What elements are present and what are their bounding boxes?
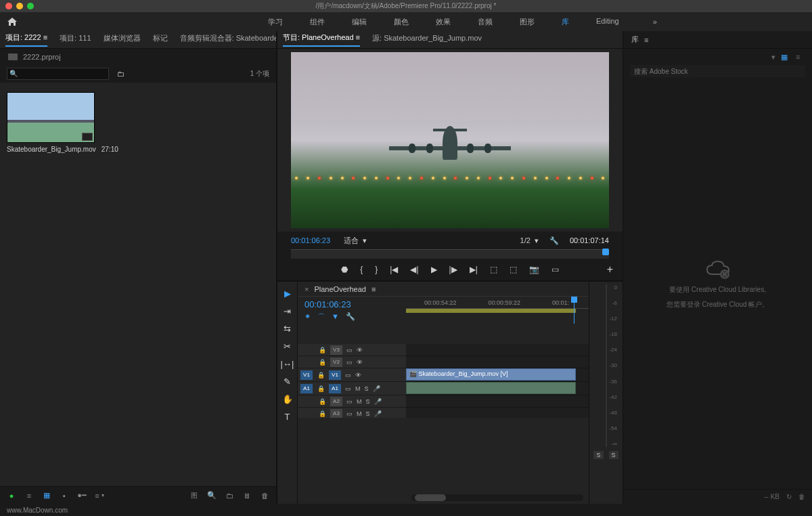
- freeform-view-button[interactable]: ▪: [60, 491, 69, 500]
- libraries-panel-title[interactable]: 库: [631, 35, 639, 45]
- library-sync-icon[interactable]: ↻: [786, 493, 792, 500]
- lift-button[interactable]: ⬚: [490, 265, 497, 274]
- new-bin-button[interactable]: 🗀: [225, 491, 234, 500]
- meter-solo-left[interactable]: S: [593, 451, 603, 459]
- track-lane-v1[interactable]: 🎬 Skateboarder_Big_Jump.mov [V]: [406, 368, 589, 382]
- panel-menu-icon[interactable]: ≡: [644, 36, 648, 44]
- solo-button[interactable]: S: [366, 398, 370, 405]
- workspace-tab-assembly[interactable]: 组件: [310, 17, 325, 27]
- go-to-in-button[interactable]: |◀: [390, 265, 398, 274]
- track-lane-a3[interactable]: [406, 408, 589, 418]
- tab-project-111[interactable]: 项目: 111: [60, 33, 91, 46]
- zoom-fit-dropdown[interactable]: 适合▾: [344, 236, 367, 246]
- project-bin-grid[interactable]: Skateboarder_Big_Jump.mov 27:10: [0, 83, 276, 486]
- selection-tool[interactable]: ▶: [281, 287, 294, 299]
- mark-in-icon[interactable]: {: [360, 265, 363, 274]
- track-lane-v2[interactable]: [406, 356, 589, 368]
- mark-in-button[interactable]: ⬣: [341, 265, 348, 274]
- go-to-out-button[interactable]: ▶|: [470, 265, 478, 274]
- eye-icon[interactable]: 👁: [357, 359, 363, 366]
- workspace-tab-libraries[interactable]: 库: [562, 17, 569, 27]
- step-forward-button[interactable]: |▶: [449, 265, 457, 274]
- track-target-a3[interactable]: A3: [330, 409, 342, 418]
- monitor-scrub-bar[interactable]: [291, 249, 609, 259]
- sync-lock-icon[interactable]: ▭: [346, 359, 353, 366]
- tab-program-monitor[interactable]: 节目: PlaneOverhead ≡: [283, 33, 360, 47]
- export-frame-button[interactable]: 📷: [529, 265, 539, 274]
- track-target-a2[interactable]: A2: [330, 397, 342, 406]
- track-header-a3[interactable]: 🔒 A3 ▭ M S 🎤: [298, 408, 406, 418]
- record-icon[interactable]: ●: [7, 491, 16, 500]
- mute-button[interactable]: M: [357, 398, 362, 405]
- timeline-horizontal-scrollbar[interactable]: [411, 494, 583, 501]
- comparison-view-button[interactable]: ▭: [551, 265, 559, 274]
- mute-button[interactable]: M: [357, 410, 362, 417]
- track-lane-a2[interactable]: [406, 395, 589, 408]
- pen-tool[interactable]: ✎: [281, 375, 294, 387]
- panel-menu-icon[interactable]: ≡: [371, 285, 376, 293]
- list-view-button[interactable]: ≡: [24, 491, 34, 500]
- library-dropdown[interactable]: ▾: [771, 53, 775, 62]
- timeline-tracks-area[interactable]: 🎬 Skateboarder_Big_Jump.mov [V]: [406, 344, 589, 418]
- snap-toggle[interactable]: ⁕: [304, 312, 311, 322]
- voiceover-mic-icon[interactable]: 🎤: [373, 385, 380, 392]
- eye-icon[interactable]: 👁: [355, 372, 361, 379]
- program-out-timecode[interactable]: 00:01:07:14: [570, 236, 609, 244]
- tab-audio-clip-mixer[interactable]: 音频剪辑混合器: Skateboarder_Big: [180, 33, 276, 46]
- source-patch-v1[interactable]: V1: [300, 370, 313, 380]
- home-button[interactable]: [7, 17, 18, 26]
- resolution-dropdown[interactable]: 1/2▾: [520, 236, 539, 245]
- track-lane-a1[interactable]: [406, 382, 589, 395]
- eye-icon[interactable]: 👁: [357, 347, 363, 353]
- mark-out-icon[interactable]: }: [375, 265, 378, 274]
- lock-icon[interactable]: 🔒: [318, 410, 326, 417]
- lock-icon[interactable]: 🔒: [318, 398, 326, 405]
- program-in-timecode[interactable]: 00:01:06:23: [291, 236, 330, 244]
- slip-tool[interactable]: |↔|: [281, 358, 294, 370]
- video-clip[interactable]: 🎬 Skateboarder_Big_Jump.mov [V]: [406, 368, 576, 381]
- timeline-timecode[interactable]: 00:01:06:23: [304, 299, 399, 309]
- mute-button[interactable]: M: [355, 385, 361, 392]
- trash-button[interactable]: 🗑: [260, 491, 269, 500]
- step-back-button[interactable]: ◀|: [410, 265, 418, 274]
- linked-selection-toggle[interactable]: ⌒: [317, 312, 325, 322]
- workspace-tab-editing[interactable]: 编辑: [352, 17, 367, 27]
- timeline-ruler[interactable]: 00:00:54:22 00:00:59:22 00:01:: [406, 299, 589, 309]
- icon-view-button[interactable]: ▦: [42, 491, 51, 500]
- tab-markers[interactable]: 标记: [153, 33, 168, 46]
- marker-add-button[interactable]: ▼: [332, 312, 339, 322]
- timeline-settings-icon[interactable]: 🔧: [346, 312, 355, 322]
- tab-media-browser[interactable]: 媒体浏览器: [104, 33, 141, 46]
- track-target-v2[interactable]: V2: [330, 358, 342, 367]
- new-item-button[interactable]: 🗏: [242, 491, 252, 500]
- sync-lock-icon[interactable]: ▭: [345, 385, 351, 392]
- stock-search-input[interactable]: [630, 65, 805, 77]
- lock-icon[interactable]: 🔒: [317, 372, 325, 379]
- timeline-playhead[interactable]: [574, 297, 574, 324]
- play-button[interactable]: ▶: [431, 265, 437, 274]
- solo-button[interactable]: S: [365, 385, 369, 392]
- track-header-a1[interactable]: A1 🔒 A1 ▭ M S 🎤: [298, 382, 406, 395]
- workspace-tab-audio[interactable]: 音频: [478, 17, 493, 27]
- audio-clip[interactable]: [406, 382, 576, 394]
- workspace-overflow-button[interactable]: »: [653, 18, 657, 26]
- lock-icon[interactable]: 🔒: [318, 347, 326, 353]
- sync-lock-icon[interactable]: ▭: [345, 372, 351, 379]
- sequence-name[interactable]: PlaneOverhead: [314, 285, 365, 293]
- sort-menu[interactable]: ≡: [95, 491, 104, 500]
- scrollbar-thumb[interactable]: [415, 494, 446, 501]
- new-bin-icon[interactable]: 🗀: [116, 69, 125, 79]
- ripple-edit-tool[interactable]: ⇆: [281, 322, 294, 335]
- track-header-a2[interactable]: 🔒 A2 ▭ M S 🎤: [298, 395, 406, 408]
- clip-thumbnail[interactable]: [7, 92, 95, 143]
- razor-tool[interactable]: ✂: [281, 340, 294, 352]
- workspace-tab-learn[interactable]: 学习: [268, 17, 283, 27]
- project-search-input[interactable]: [7, 68, 109, 80]
- track-target-a1[interactable]: A1: [329, 384, 341, 393]
- library-trash-icon[interactable]: 🗑: [798, 493, 805, 500]
- minimize-window-button[interactable]: [16, 3, 23, 9]
- maximize-window-button[interactable]: [27, 3, 34, 9]
- grid-view-icon[interactable]: ▦: [781, 53, 790, 61]
- list-view-icon[interactable]: ≡: [796, 53, 805, 61]
- track-header-v3[interactable]: 🔒 V3 ▭ 👁: [298, 344, 406, 356]
